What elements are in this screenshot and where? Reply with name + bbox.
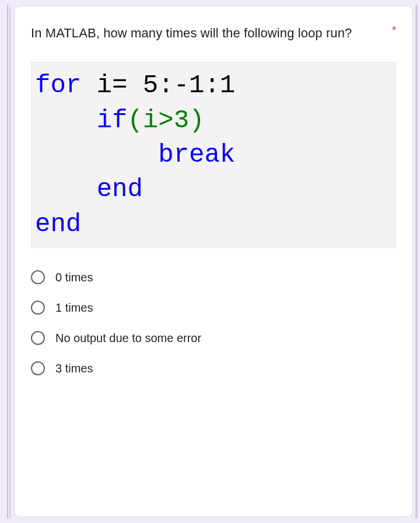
code-line-5: end: [35, 207, 392, 242]
option-0-times[interactable]: 0 times: [31, 262, 396, 292]
code-kw-for: for: [35, 71, 81, 100]
page-accent-right: [415, 5, 418, 518]
code-kw-if: if: [97, 106, 128, 135]
code-line-3: break: [35, 138, 392, 172]
code-image: for i= 5:-1:1 if(i>3) break end end: [31, 62, 396, 248]
option-label: 1 times: [55, 301, 93, 315]
radio-icon: [31, 301, 45, 315]
question-text: In MATLAB, how many times will the follo…: [31, 23, 380, 43]
option-label: 3 times: [55, 362, 93, 375]
question-header: In MATLAB, how many times will the follo…: [31, 23, 396, 43]
options-group: 0 times 1 times No output due to some er…: [31, 262, 396, 383]
code-paren: (i>3): [127, 106, 204, 135]
radio-icon: [31, 331, 45, 345]
option-no-output[interactable]: No output due to some error: [31, 323, 396, 353]
code-kw-end: end: [97, 175, 143, 204]
page-accent-left-2: In MATLAB, how many times will the follo…: [9, 5, 413, 518]
code-text: i= 5:-1:1: [81, 71, 235, 100]
question-card: In MATLAB, how many times will the follo…: [14, 6, 413, 517]
code-indent: [35, 106, 97, 135]
code-line-1: for i= 5:-1:1: [35, 68, 392, 103]
option-1-times[interactable]: 1 times: [31, 292, 396, 323]
page-accent-left: In MATLAB, how many times will the follo…: [7, 5, 413, 518]
code-indent: [35, 140, 158, 169]
code-kw-break: break: [158, 140, 235, 169]
code-indent: [35, 175, 97, 204]
option-label: No output due to some error: [55, 332, 201, 345]
code-line-4: end: [35, 172, 392, 207]
radio-icon: [31, 361, 45, 375]
code-line-2: if(i>3): [35, 103, 392, 138]
option-label: 0 times: [55, 271, 93, 284]
radio-icon: [31, 270, 45, 284]
code-kw-end2: end: [35, 210, 81, 239]
option-3-times[interactable]: 3 times: [31, 353, 396, 383]
required-indicator: *: [392, 23, 396, 36]
